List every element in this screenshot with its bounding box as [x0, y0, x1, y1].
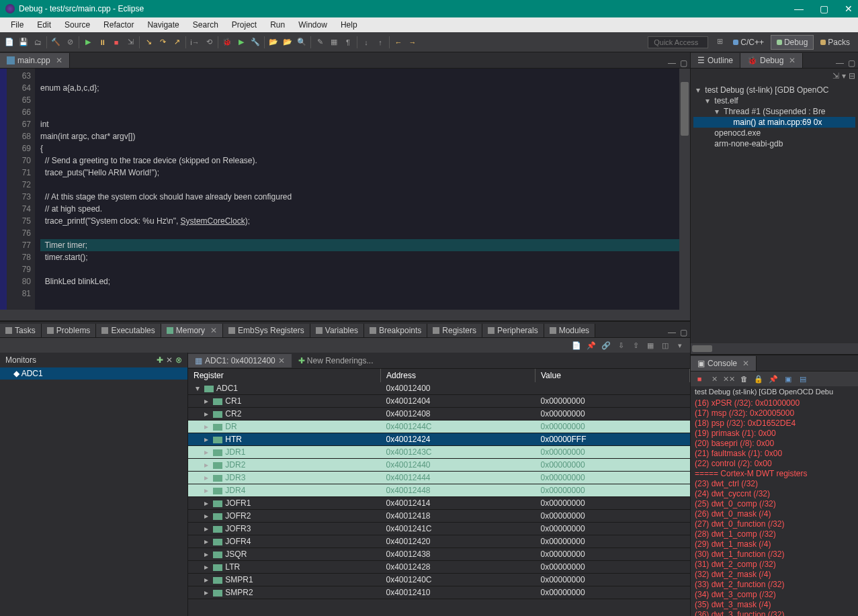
debug-node[interactable]: ▾ Thread #1 (Suspended : Bre: [693, 106, 855, 117]
debug-node[interactable]: ▾ test.elf: [693, 95, 855, 106]
register-row[interactable]: ▸CR10x400124040x00000000: [188, 395, 690, 408]
open-task-icon[interactable]: 📂: [281, 36, 294, 49]
expand-icon[interactable]: ▸: [202, 537, 210, 546]
build-icon[interactable]: 🔨: [49, 36, 62, 49]
register-row[interactable]: ▸JDR40x400124480x00000000: [188, 484, 690, 497]
expand-icon[interactable]: ▸: [202, 409, 210, 419]
register-row[interactable]: ▸SMPR20x400124100x00000000: [188, 586, 690, 599]
tab-debug[interactable]: 🐞Debug✕: [740, 53, 803, 68]
close-icon[interactable]: ✕: [742, 359, 749, 368]
skip-breakpoints-icon[interactable]: ⊘: [63, 36, 77, 49]
expand-icon[interactable]: ▸: [202, 524, 210, 533]
tab-variables[interactable]: Variables: [310, 324, 364, 337]
code-editor[interactable]: 63646566676869707172737475767778798081 e…: [0, 69, 690, 310]
debug-drop-icon[interactable]: ⇲: [832, 71, 839, 81]
register-row[interactable]: ▸JDR30x400124440x00000000: [188, 472, 690, 484]
remove-all-icon[interactable]: ✕✕: [723, 373, 735, 385]
save-all-icon[interactable]: 🗂: [31, 36, 44, 49]
register-row[interactable]: ▸JDR20x400124400x00000000: [188, 459, 690, 472]
external-tools-icon[interactable]: 🔧: [249, 36, 262, 49]
debug-node[interactable]: ▾ test Debug (st-link) [GDB OpenOC: [693, 85, 855, 95]
toggle-split-icon[interactable]: ◫: [659, 339, 671, 351]
close-tab-icon[interactable]: ✕: [56, 56, 62, 65]
expand-icon[interactable]: ▸: [202, 460, 210, 470]
expand-icon[interactable]: ▸: [202, 562, 210, 572]
menu-search[interactable]: Search: [186, 19, 225, 31]
step-into-icon[interactable]: ↘: [142, 36, 155, 49]
expand-icon[interactable]: ▾: [705, 96, 712, 105]
monitor-item[interactable]: ◆ ADC1: [0, 367, 187, 380]
add-monitor-icon[interactable]: ✚: [157, 355, 163, 365]
quick-access-input[interactable]: [648, 36, 708, 48]
expand-icon[interactable]: ▾: [194, 384, 202, 393]
collapse-all-icon[interactable]: ⊟: [849, 71, 855, 81]
column-header[interactable]: Value: [535, 369, 690, 382]
menu-file[interactable]: File: [4, 19, 30, 31]
close-button[interactable]: ✕: [845, 3, 853, 14]
register-row[interactable]: ▸JSQR0x400124380x00000000: [188, 548, 690, 561]
toggle-block-icon[interactable]: ▦: [327, 36, 341, 49]
tab-breakpoints[interactable]: Breakpoints: [364, 324, 427, 337]
perspective-debug[interactable]: Debug: [771, 35, 814, 50]
menu-source[interactable]: Source: [58, 19, 97, 31]
close-icon[interactable]: ✕: [278, 356, 285, 365]
terminate-icon[interactable]: ■: [693, 373, 705, 385]
tab-memory[interactable]: Memory✕: [161, 324, 223, 337]
back-icon[interactable]: ←: [392, 36, 405, 49]
toggle-mark-icon[interactable]: ✎: [313, 36, 327, 49]
link-icon[interactable]: 🔗: [600, 339, 612, 351]
minimize-icon[interactable]: —: [836, 58, 844, 68]
open-console-icon[interactable]: ▤: [797, 373, 809, 385]
register-table[interactable]: RegisterAddressValue▾ADC10x40012400 ▸CR1…: [188, 369, 690, 616]
open-type-icon[interactable]: 📂: [267, 36, 280, 49]
register-row[interactable]: ▸JOFR10x400124140x00000000: [188, 497, 690, 510]
remove-monitor-icon[interactable]: ✕: [166, 355, 173, 365]
vertical-scrollbar[interactable]: [679, 69, 690, 310]
expand-icon[interactable]: ▸: [202, 575, 210, 584]
minimize-icon[interactable]: —: [668, 328, 676, 337]
disconnect-icon[interactable]: ⇲: [124, 36, 137, 49]
tab-problems[interactable]: Problems: [42, 324, 97, 337]
expand-icon[interactable]: ▾: [715, 107, 722, 116]
column-header[interactable]: Address: [380, 369, 535, 382]
step-return-icon[interactable]: ↗: [170, 36, 183, 49]
expand-icon[interactable]: ▸: [202, 588, 210, 597]
close-icon[interactable]: ✕: [789, 56, 796, 65]
console-output[interactable]: (16) xPSR (/32): 0x01000000(17) msp (/32…: [691, 397, 858, 616]
toggle-ws-icon[interactable]: ¶: [341, 36, 355, 49]
register-row[interactable]: ▸JOFR20x400124180x00000000: [188, 510, 690, 523]
new-rendering-icon[interactable]: 📄: [570, 339, 583, 351]
tab-peripherals[interactable]: Peripherals: [482, 324, 544, 337]
debug-node[interactable]: openocd.exe: [693, 128, 855, 138]
register-row[interactable]: ▸SMPR10x4001240C0x00000000: [188, 574, 690, 586]
export-icon[interactable]: ⇧: [630, 339, 642, 351]
register-row[interactable]: ▸CR20x400124080x00000000: [188, 408, 690, 421]
close-icon[interactable]: ✕: [210, 326, 217, 335]
search-icon[interactable]: 🔍: [295, 36, 308, 49]
suspend-icon[interactable]: ⏸: [95, 36, 109, 49]
restart-icon[interactable]: ⟲: [202, 36, 216, 49]
new-renderings-tab[interactable]: ✚ New Renderings...: [292, 354, 380, 367]
menu-run[interactable]: Run: [263, 19, 292, 31]
expand-icon[interactable]: ▸: [202, 396, 210, 406]
terminate-icon[interactable]: ■: [110, 36, 123, 49]
menu-window[interactable]: Window: [292, 19, 334, 31]
register-row[interactable]: ▸HTR0x400124240x00000FFF: [188, 433, 690, 446]
column-header[interactable]: Register: [188, 369, 380, 382]
menu-project[interactable]: Project: [225, 19, 263, 31]
register-row[interactable]: ▸DR0x4001244C0x00000000: [188, 421, 690, 433]
import-icon[interactable]: ⇩: [615, 339, 627, 351]
menu-refactor[interactable]: Refactor: [97, 19, 140, 31]
display-selected-icon[interactable]: ▣: [782, 373, 794, 385]
toggle-monitor-icon[interactable]: ⊗: [175, 355, 182, 365]
layout-icon[interactable]: ▦: [644, 339, 656, 351]
tab-tasks[interactable]: Tasks: [0, 324, 42, 337]
scrollbar-thumb[interactable]: [681, 82, 689, 136]
minimize-view-icon[interactable]: —: [668, 58, 676, 68]
expand-icon[interactable]: ▸: [202, 511, 210, 521]
maximize-view-icon[interactable]: ▢: [680, 58, 687, 68]
register-row[interactable]: ▸JDR10x4001243C0x00000000: [188, 446, 690, 459]
menu-icon[interactable]: ▾: [674, 339, 686, 351]
pin-icon[interactable]: 📌: [585, 339, 597, 351]
expand-icon[interactable]: ▸: [202, 498, 210, 508]
